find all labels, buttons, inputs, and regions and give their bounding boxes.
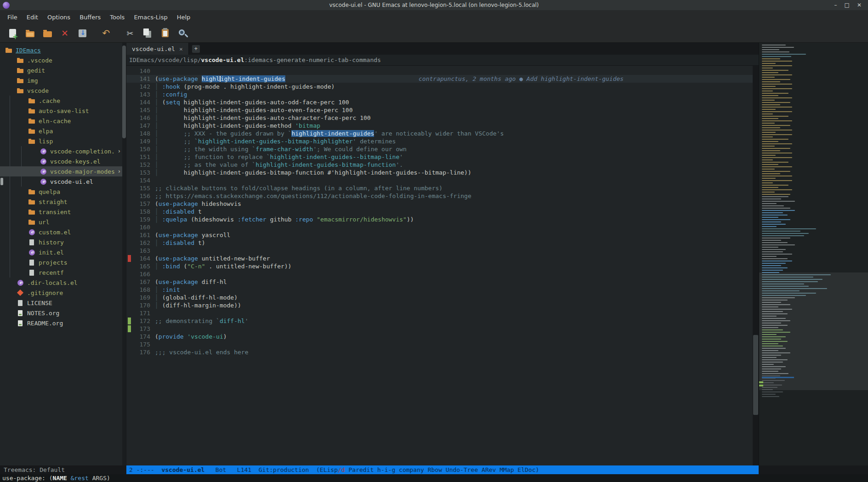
tree-item-idemacs[interactable]: IDEmacs xyxy=(0,45,126,55)
menu-edit[interactable]: Edit xyxy=(22,14,43,21)
code-line-148[interactable]: 148│ ;; XXX - the guides drawn by `highl… xyxy=(126,130,759,137)
code-line-166[interactable]: 166 xyxy=(126,270,759,278)
minimap-code-bar xyxy=(762,104,780,105)
menu-tools[interactable]: Tools xyxy=(105,14,129,21)
tree-item-vscode[interactable]: .vscode xyxy=(0,55,126,65)
tree-item-projects[interactable]: projects xyxy=(0,257,126,267)
code-line-169[interactable]: 169│ (global-diff-hl-mode) xyxy=(126,294,759,301)
tree-item-vscode-major-modes[interactable]: vscode-major-modes› xyxy=(0,166,126,176)
code-line-165[interactable]: 165│ :bind ("C-n" . untitled-new-buffer)… xyxy=(126,262,759,270)
code-line-151[interactable]: 151│ ;; function to replace `highlight-i… xyxy=(126,153,759,161)
code-line-145[interactable]: 145│ highlight-indent-guides-auto-even-f… xyxy=(126,106,759,114)
menu-buffers[interactable]: Buffers xyxy=(75,14,105,21)
code-line-150[interactable]: 150│ ;; the width using `frame-char-widt… xyxy=(126,145,759,153)
tree-item-auto-save-list[interactable]: auto-save-list xyxy=(0,106,126,116)
code-line-163[interactable]: 163 xyxy=(126,247,759,255)
code-line-156[interactable]: 156;; https://emacs.stackexchange.com/qu… xyxy=(126,192,759,200)
maximize-icon[interactable]: □ xyxy=(845,2,850,8)
tree-item-gitignore[interactable]: .gitignore xyxy=(0,288,126,298)
cut-button[interactable] xyxy=(121,25,139,41)
code-line-146[interactable]: 146│ highlight-indent-guides-auto-charac… xyxy=(126,114,759,122)
close-icon[interactable]: ✕ xyxy=(857,2,862,8)
code-line-174[interactable]: 174(provide 'vscode-ui) xyxy=(126,333,759,340)
minimap-viewport[interactable] xyxy=(759,272,868,390)
code-token: │ xyxy=(155,208,162,215)
copy-button[interactable] xyxy=(139,25,156,41)
code-line-152[interactable]: 152│ ;; as the value of `highlight-inden… xyxy=(126,161,759,169)
code-line-142[interactable]: 142│ :hook (prog-mode . highlight-indent… xyxy=(126,83,759,91)
tree-item-gedit[interactable]: gedit xyxy=(0,65,126,75)
code-line-149[interactable]: 149│ ;; `highlight-indent-guides--bitmap… xyxy=(126,137,759,145)
minimap[interactable] xyxy=(759,43,868,465)
search-button[interactable] xyxy=(174,25,191,41)
code-line-154[interactable]: 154 xyxy=(126,176,759,184)
code-line-161[interactable]: 161(use-package yascroll xyxy=(126,231,759,239)
code-line-140[interactable]: 140 xyxy=(126,67,759,75)
paste-button[interactable] xyxy=(156,25,174,41)
code-line-176[interactable]: 176;;; vscode-ui.el ends here xyxy=(126,348,759,356)
tree-item-history[interactable]: history xyxy=(0,237,126,247)
close-buffer-button[interactable] xyxy=(56,25,74,41)
tree-item-img[interactable]: img xyxy=(0,75,126,85)
editor-scrollbar-thumb[interactable] xyxy=(753,335,758,415)
tree-item-cache[interactable]: .cache xyxy=(0,96,126,106)
minimize-icon[interactable]: – xyxy=(834,2,837,8)
tree-item-license[interactable]: LICENSE xyxy=(0,298,126,308)
tree-item-lisp[interactable]: lisp xyxy=(0,136,126,146)
editor-scrollbar[interactable] xyxy=(753,66,759,465)
code-line-160[interactable]: 160 xyxy=(126,223,759,231)
code-line-172[interactable]: 172;; demonstrating `diff-hl' xyxy=(126,317,759,325)
menu-options[interactable]: Options xyxy=(43,14,75,21)
tree-item-url[interactable]: url xyxy=(0,217,126,227)
code-line-164[interactable]: 164(use-package untitled-new-buffer xyxy=(126,255,759,262)
tree-item-vscode-completion[interactable]: vscode-completion.› xyxy=(0,146,126,156)
editor-pane[interactable]: 140141(use-package highlight-indent-guid… xyxy=(126,66,759,465)
tree-item-eln-cache[interactable]: eln-cache xyxy=(0,116,126,126)
sidebar-scrollbar[interactable] xyxy=(122,43,126,465)
code-line-157[interactable]: 157(use-package hideshowvis xyxy=(126,200,759,208)
undo-button[interactable] xyxy=(97,25,115,41)
tree-item-vscode-ui-el[interactable]: vscode-ui.el xyxy=(0,176,126,187)
code-line-170[interactable]: 170│ (diff-hl-margin-mode)) xyxy=(126,301,759,309)
tree-item-transient[interactable]: transient xyxy=(0,207,126,217)
sidebar-scrollbar-thumb[interactable] xyxy=(122,45,126,138)
tree-item-straight[interactable]: straight xyxy=(0,197,126,207)
tree-item-init-el[interactable]: init.el xyxy=(0,247,126,257)
menu-emacs-lisp[interactable]: Emacs-Lisp xyxy=(129,14,172,21)
mode-line[interactable]: 2 -:--- vscode-ui.el Bot L141 Git:produc… xyxy=(126,465,759,474)
menu-file[interactable]: File xyxy=(3,14,22,21)
tab-vscode-ui[interactable]: vscode-ui.el × xyxy=(126,43,189,55)
tree-item-vscode-keys-el[interactable]: vscode-keys.el xyxy=(0,156,126,166)
tree-item-quelpa[interactable]: quelpa xyxy=(0,187,126,197)
tree-item-custom-el[interactable]: custom.el xyxy=(0,227,126,237)
tree-item-recentf[interactable]: recentf xyxy=(0,267,126,278)
code-line-167[interactable]: 167(use-package diff-hl xyxy=(126,278,759,286)
tree-item-notes-org[interactable]: NOTES.org xyxy=(0,308,126,318)
new-file-button[interactable] xyxy=(4,25,21,41)
code-line-147[interactable]: 147│ highlight-indent-guides-method 'bit… xyxy=(126,122,759,130)
code-line-143[interactable]: 143│ :config xyxy=(126,91,759,98)
tree-item-elpa[interactable]: elpa xyxy=(0,126,126,136)
code-line-153[interactable]: 153│ highlight-indent-guides-bitmap-func… xyxy=(126,169,759,176)
open-file-button[interactable] xyxy=(21,25,39,41)
code-line-159[interactable]: 159│ :quelpa (hideshowvis :fetcher githu… xyxy=(126,215,759,223)
save-button[interactable] xyxy=(74,25,91,41)
tree-item-dir-locals-el[interactable]: .dir-locals.el xyxy=(0,278,126,288)
tree-item-label: custom.el xyxy=(39,229,71,236)
code-line-171[interactable]: 171 xyxy=(126,309,759,317)
tab-close-icon[interactable]: × xyxy=(179,45,183,52)
menu-help[interactable]: Help xyxy=(172,14,195,21)
code-line-141[interactable]: 141(use-package highlight-indent-guidesc… xyxy=(126,75,759,83)
code-line-158[interactable]: 158│ :disabled t xyxy=(126,208,759,215)
tree-item-vscode[interactable]: vscode xyxy=(0,85,126,96)
code-line-173[interactable]: 173 xyxy=(126,325,759,333)
code-line-168[interactable]: 168│ :init xyxy=(126,286,759,294)
line-number: 170 xyxy=(134,301,155,309)
new-tab-button[interactable]: + xyxy=(192,45,200,53)
code-line-162[interactable]: 162│ :disabled t) xyxy=(126,239,759,247)
code-line-144[interactable]: 144│ (setq highlight-indent-guides-auto-… xyxy=(126,98,759,106)
code-line-175[interactable]: 175 xyxy=(126,340,759,348)
code-line-155[interactable]: 155;; clickable buttons to fold/collapse… xyxy=(126,184,759,192)
tree-item-readme-org[interactable]: README.org xyxy=(0,318,126,328)
dired-button[interactable] xyxy=(39,25,56,41)
